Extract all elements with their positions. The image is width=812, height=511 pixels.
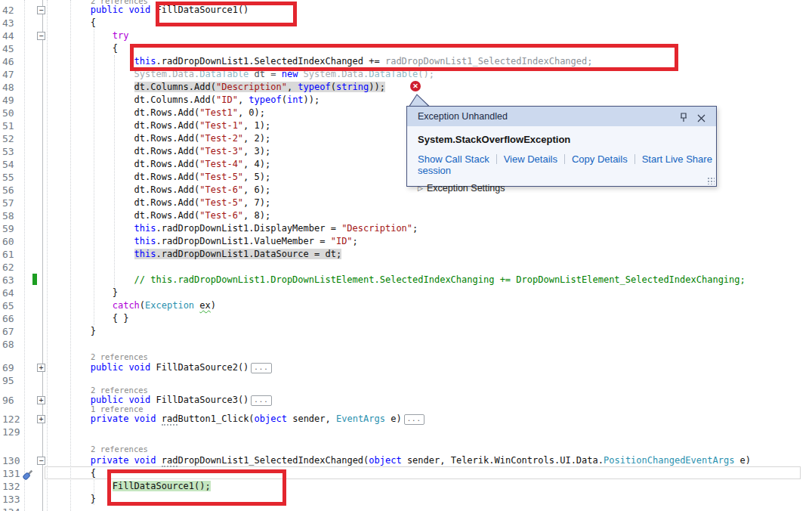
show-call-stack-link[interactable]: Show Call Stack: [418, 153, 489, 165]
popup-links-row: Show Call StackView DetailsCopy DetailsS…: [418, 153, 716, 176]
exception-error-icon[interactable]: ✕: [410, 81, 421, 91]
code-token: {: [47, 43, 118, 54]
code-token: (: [331, 82, 336, 92]
code-line: dt.Rows.Add("Test-1", 1);: [47, 119, 270, 132]
code-token: "Description": [216, 82, 287, 92]
codelens-references[interactable]: 2 references: [91, 444, 148, 454]
collapsed-region-badge[interactable]: ...: [251, 363, 271, 373]
code-token: [47, 481, 113, 491]
codelens-references[interactable]: 2 references: [91, 0, 148, 6]
code-line: dt.Rows.Add("Test-2", 2);: [47, 132, 270, 145]
code-token: Exception: [145, 300, 194, 311]
code-line: private void radButton1_Click(object sen…: [47, 413, 425, 426]
code-line: dt.Rows.Add("Test-5", 7);: [47, 197, 270, 209]
link-separator: [496, 154, 497, 164]
copy-details-link[interactable]: Copy Details: [572, 153, 628, 165]
code-token: ): [211, 300, 216, 311]
code-token: "Test-2": [199, 133, 243, 144]
code-token: "Test-6": [199, 184, 243, 195]
code-line: {: [47, 17, 96, 29]
popup-title-bar[interactable]: Exception Unhandled: [407, 107, 716, 126]
code-token: , 3);: [243, 146, 270, 156]
code-token: [47, 56, 134, 67]
code-token: try: [113, 30, 129, 41]
code-token: "ID": [331, 236, 353, 246]
fold-toggle[interactable]: +: [37, 396, 45, 404]
code-token: .radDropDownList1.DisplayMember =: [156, 223, 342, 234]
code-token: }: [47, 494, 96, 504]
fold-toggle[interactable]: −: [37, 32, 45, 40]
code-line: this.radDropDownList1.ValueMember = "ID"…: [47, 235, 358, 248]
code-token: ex: [199, 300, 210, 311]
code-token: [47, 455, 91, 466]
code-token: rad: [162, 413, 178, 426]
code-token: dt.Rows.Add(: [47, 146, 199, 156]
code-token: dt.Rows.Add(: [47, 159, 199, 169]
pin-icon[interactable]: [678, 110, 690, 122]
code-token: (: [282, 94, 287, 105]
code-token: public: [91, 362, 123, 373]
code-token: private: [91, 413, 129, 424]
exception-unhandled-popup: Exception Unhandled System.StackOverflow…: [406, 106, 717, 187]
exception-settings-label: Exception Settings: [427, 183, 505, 194]
code-token: , 6);: [243, 184, 270, 195]
code-token: "Description": [341, 223, 412, 234]
annotation-box-method-name: [156, 2, 297, 26]
fold-toggle[interactable]: −: [37, 457, 45, 465]
code-line: dt.Rows.Add("Test-4", 4);: [47, 158, 270, 171]
quick-actions-icon[interactable]: [22, 469, 34, 481]
code-token: [47, 274, 134, 285]
code-token: e): [385, 413, 402, 424]
collapsed-region-badge[interactable]: ...: [404, 414, 425, 425]
code-token: , 1);: [243, 120, 270, 131]
collapsed-region-badge[interactable]: ...: [251, 395, 271, 406]
code-line: }: [47, 325, 96, 338]
code-token: {: [47, 17, 96, 28]
exception-settings-expander[interactable]: ▷Exception Settings: [418, 183, 716, 194]
code-line: this.radDropDownList1.DisplayMember = "D…: [47, 222, 418, 235]
close-icon[interactable]: [696, 110, 709, 122]
code-token: object: [255, 413, 287, 424]
code-token: object: [369, 455, 401, 466]
code-token: [47, 413, 91, 424]
code-token: this: [134, 249, 156, 259]
annotation-box-event-subscription: [130, 44, 678, 71]
code-line: catch(Exception ex): [47, 299, 216, 312]
code-token: this: [134, 236, 156, 246]
view-details-link[interactable]: View Details: [504, 153, 557, 165]
code-token: , 8);: [243, 210, 270, 221]
fold-toggle[interactable]: +: [37, 415, 45, 423]
code-token: , 2);: [243, 133, 270, 144]
code-token: dt.Rows.Add(: [47, 120, 199, 131]
code-line: dt.Columns.Add("Description", typeof(str…: [47, 81, 385, 94]
code-token: [47, 30, 113, 41]
code-token: ;: [353, 236, 358, 246]
codelens-references[interactable]: 2 references: [91, 352, 148, 362]
code-line: public void FillDataSource2()...: [47, 361, 272, 374]
code-token: [47, 223, 134, 234]
code-token: [47, 82, 134, 92]
code-area[interactable]: public void FillDataSource1() { try { th…: [0, 0, 812, 511]
code-token: dt.Rows.Add(: [47, 133, 199, 144]
code-token: void: [134, 413, 156, 424]
code-token: ));: [304, 94, 320, 105]
link-separator: [564, 154, 565, 164]
codelens-references[interactable]: 2 references: [91, 385, 148, 395]
code-line: this.radDropDownList1.DataSource = dt;: [47, 248, 341, 261]
code-token: PositionChangedEventArgs: [604, 455, 734, 466]
code-token: dt.Rows.Add(: [47, 197, 199, 208]
code-token: "Test-4": [199, 159, 243, 169]
code-token: e): [734, 455, 751, 466]
code-token: catch: [113, 300, 140, 311]
code-token: // this.radDropDownList1.DropDownListEle…: [134, 274, 746, 285]
fold-toggle[interactable]: −: [37, 6, 45, 14]
link-separator: [634, 154, 635, 164]
codelens-references[interactable]: 1 reference: [91, 404, 144, 414]
code-token: dt.Rows.Add(: [47, 184, 199, 195]
code-line: public void FillDataSource3()...: [47, 394, 272, 407]
code-token: , 0);: [238, 107, 265, 118]
resize-grip[interactable]: [707, 177, 715, 184]
popup-title: Exception Unhandled: [418, 111, 508, 122]
fold-toggle[interactable]: +: [37, 364, 45, 372]
code-line: dt.Rows.Add("Test-5", 5);: [47, 171, 270, 184]
